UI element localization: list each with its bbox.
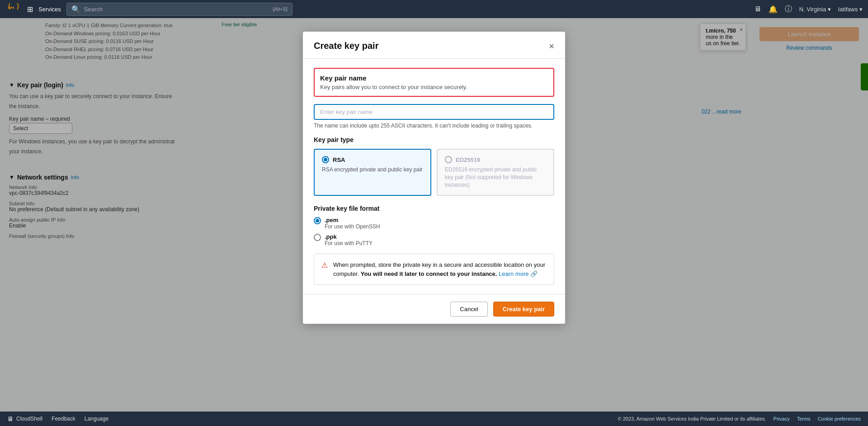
private-key-format-label: Private key file format: [314, 205, 554, 212]
bottom-bar-right: © 2023, Amazon Web Services India Privat…: [618, 416, 861, 421]
terminal-icon[interactable]: 🖥: [754, 5, 761, 13]
bell-icon[interactable]: 🔔: [769, 5, 778, 14]
terms-link[interactable]: Terms: [797, 416, 811, 421]
cloudshell-icon: 🖥: [7, 415, 14, 422]
create-key-pair-button[interactable]: Create key pair: [493, 302, 554, 317]
ed25519-description: ED25519 encrypted private and public key…: [445, 166, 546, 189]
pem-label: .pem: [325, 217, 380, 223]
key-type-rsa[interactable]: RSA RSA encrypted private and public key…: [314, 149, 431, 196]
top-navigation: aws ⊞ Services 🔍 [Alt+S] 🖥 🔔 ⓘ N. Virgin…: [0, 0, 868, 18]
rsa-description: RSA encrypted private and public key pai…: [322, 166, 423, 174]
cloudshell-area[interactable]: 🖥 CloudShell: [7, 415, 42, 422]
key-type-ed25519[interactable]: ED25519 ED25519 encrypted private and pu…: [437, 149, 554, 196]
cancel-button[interactable]: Cancel: [450, 302, 487, 317]
create-key-pair-modal: Create key pair × Key pair name Key pair…: [303, 32, 565, 324]
key-pair-type-label: Key pair type: [314, 136, 554, 143]
learn-more-link[interactable]: Learn more: [499, 270, 528, 277]
modal-body: Key pair name Key pairs allow you to con…: [303, 59, 565, 294]
pem-radio[interactable]: [314, 217, 321, 224]
aws-logo[interactable]: aws: [5, 3, 22, 15]
ppk-label: .ppk: [325, 233, 373, 240]
region-selector[interactable]: N. Virginia ▾: [799, 6, 831, 13]
search-shortcut: [Alt+S]: [273, 6, 288, 12]
user-menu[interactable]: latifaws ▾: [838, 6, 863, 13]
warning-box: ⚠ When prompted, store the private key i…: [314, 254, 554, 285]
keypair-name-label: Key pair name: [320, 74, 548, 82]
services-menu[interactable]: Services: [38, 6, 61, 13]
search-bar[interactable]: 🔍 [Alt+S]: [66, 3, 292, 16]
key-type-options: RSA RSA encrypted private and public key…: [314, 149, 554, 196]
ed25519-radio[interactable]: [445, 156, 452, 163]
pem-description: For use with OpenSSH: [325, 223, 380, 230]
svg-text:aws: aws: [8, 5, 14, 9]
ppk-option[interactable]: .ppk For use with PuTTY: [314, 233, 554, 246]
cloudshell-link[interactable]: CloudShell: [16, 416, 42, 422]
ed25519-label: ED25519: [456, 156, 480, 163]
copyright-text: © 2023, Amazon Web Services India Privat…: [618, 416, 766, 421]
privacy-link[interactable]: Privacy: [774, 416, 790, 421]
modal-header: Create key pair ×: [303, 32, 565, 59]
rsa-radio[interactable]: [322, 156, 329, 163]
ppk-radio[interactable]: [314, 234, 321, 241]
pem-option[interactable]: .pem For use with OpenSSH: [314, 217, 554, 230]
search-input[interactable]: [84, 6, 269, 13]
cookie-link[interactable]: Cookie preferences: [818, 416, 861, 421]
rsa-label: RSA: [333, 156, 345, 163]
keypair-name-input[interactable]: [314, 104, 554, 120]
modal-close-button[interactable]: ×: [549, 42, 554, 51]
search-icon: 🔍: [71, 5, 80, 14]
modal-title: Create key pair: [314, 41, 378, 51]
grid-icon[interactable]: ⊞: [27, 5, 33, 14]
page-background: Family: t2 1 vCPU 1 GiB Memory Current g…: [0, 18, 868, 412]
help-icon[interactable]: ⓘ: [785, 5, 792, 14]
warning-icon: ⚠: [321, 261, 328, 270]
warning-text: When prompted, store the private key in …: [333, 260, 547, 278]
keypair-name-highlighted-section: Key pair name Key pairs allow you to con…: [314, 68, 554, 97]
input-hint-text: The name can include upto 255 ASCII char…: [314, 123, 554, 129]
feedback-link[interactable]: Feedback: [52, 416, 75, 422]
nav-right: 🖥 🔔 ⓘ N. Virginia ▾ latifaws ▾: [754, 5, 863, 14]
ppk-description: For use with PuTTY: [325, 240, 373, 246]
modal-footer: Cancel Create key pair: [303, 294, 565, 324]
modal-overlay: Create key pair × Key pair name Key pair…: [0, 18, 868, 412]
keypair-name-description: Key pairs allow you to connect to your i…: [320, 84, 548, 90]
language-link[interactable]: Language: [85, 416, 108, 422]
bottom-bar: 🖥 CloudShell Feedback Language © 2023, A…: [0, 412, 868, 426]
